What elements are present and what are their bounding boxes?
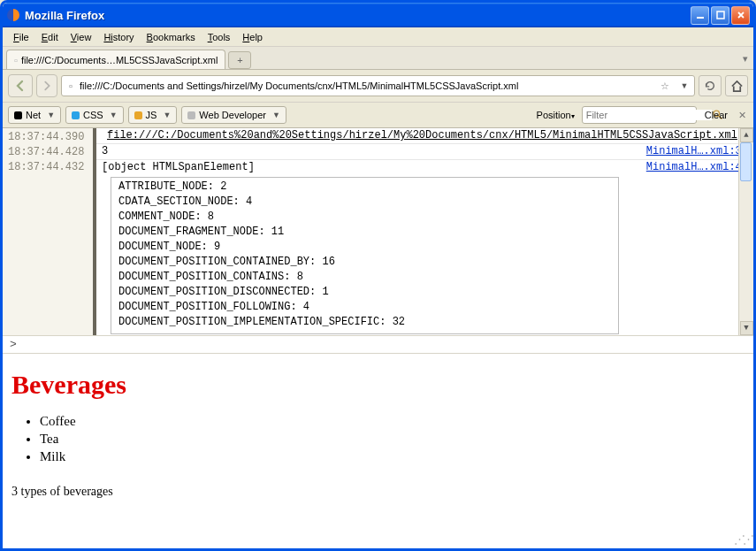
object-inspector[interactable]: ATTRIBUTE_NODE: 2 CDATA_SECTION_NODE: 4 … [111,177,619,334]
summary-text: 3 types of beverages [11,485,745,499]
timestamp: 18:37:44.390 [3,130,93,145]
close-button[interactable] [731,6,750,25]
beverages-list: Coffee Tea Milk [40,412,745,465]
list-item: Tea [40,430,745,448]
menu-bookmarks[interactable]: Bookmarks [141,30,201,44]
caret-down-icon: ▼ [110,111,118,119]
scroll-up-icon[interactable]: ▲ [740,128,753,142]
scroll-down-icon[interactable]: ▼ [740,321,753,335]
minimize-button[interactable] [691,6,709,25]
timestamp: 18:37:44.432 [3,160,93,175]
timestamp-column: 18:37:44.390 18:37:44.428 18:37:44.432 [3,128,96,335]
firefox-icon [6,8,20,22]
menu-help[interactable]: Help [237,30,268,44]
page-icon: ▫ [14,55,18,65]
scrollbar[interactable]: ▲ ▼ [738,128,753,335]
reload-button[interactable] [699,75,722,96]
home-button[interactable] [725,75,748,96]
url-bar[interactable]: ▫ ☆ ▼ [61,75,695,96]
forward-button[interactable] [36,74,57,97]
clear-button[interactable]: Clear [701,110,731,120]
position-label[interactable]: Position▾ [537,110,575,120]
back-button[interactable] [8,74,33,97]
menu-history[interactable]: History [98,30,139,44]
menu-file[interactable]: File [8,30,34,44]
net-dot-icon [14,111,22,119]
console-row[interactable]: file:///C:/Documents%20and%20Settings/hi… [96,128,753,144]
maximize-button[interactable] [711,6,729,25]
bookmark-star-icon[interactable]: ☆ [655,80,675,92]
console-row[interactable]: 3 MinimalH….xml:39 [96,144,753,160]
css-filter-button[interactable]: CSS ▼ [65,106,124,124]
timestamp: 18:37:44.428 [3,145,93,160]
window-title: Mozilla Firefox [25,9,691,22]
resize-grip-icon[interactable]: ⋰⋰ [734,532,752,547]
console-messages[interactable]: file:///C:/Documents%20and%20Settings/hi… [96,128,753,335]
console-prompt[interactable]: > [3,335,753,354]
tabstrip: ▫ file:///C:/Documents…ML5CSSJavaScript.… [3,47,753,70]
webdev-dot-icon [187,111,195,119]
tab-list-dropdown-icon[interactable]: ▾ [743,53,748,65]
caret-down-icon: ▼ [272,111,280,119]
menu-tools[interactable]: Tools [202,30,236,44]
tab-label: file:///C:/Documents…ML5CSSJavaScript.xm… [21,55,218,65]
js-filter-button[interactable]: JS ▼ [128,106,178,124]
webconsole-output: 18:37:44.390 18:37:44.428 18:37:44.432 f… [3,128,753,335]
page-content: Beverages Coffee Tea Milk 3 types of bev… [3,354,753,548]
list-item: Milk [40,448,745,465]
titlebar: Mozilla Firefox [3,3,753,27]
url-page-icon: ▫ [62,80,80,91]
webdeveloper-filter-button[interactable]: Web Developer ▼ [181,106,286,124]
caret-down-icon: ▼ [163,111,171,119]
filter-input[interactable] [583,110,712,120]
url-history-dropdown-icon[interactable]: ▼ [675,81,694,90]
new-tab-button[interactable]: + [228,51,251,69]
js-dot-icon [134,111,142,119]
caret-down-icon: ▼ [47,111,55,119]
nav-toolbar: ▫ ☆ ▼ [3,70,753,103]
menu-view[interactable]: View [65,30,97,44]
prompt-icon: > [10,338,17,351]
webconsole-toolbar: Net ▼ CSS ▼ JS ▼ Web Developer ▼ Positio… [3,103,753,128]
svg-rect-2 [717,11,724,19]
css-dot-icon [72,111,80,119]
source-link[interactable]: MinimalH….xml:41 [646,160,748,175]
list-item: Coffee [40,412,745,430]
page-heading: Beverages [11,370,745,400]
scroll-thumb[interactable] [740,142,752,181]
svg-rect-1 [697,17,704,19]
menubar: File Edit View History Bookmarks Tools H… [3,27,753,47]
tab-current[interactable]: ▫ file:///C:/Documents…ML5CSSJavaScript.… [6,50,225,69]
net-filter-button[interactable]: Net ▼ [8,106,61,124]
filter-box[interactable] [582,106,697,124]
source-link[interactable]: MinimalH….xml:39 [646,144,748,159]
menu-edit[interactable]: Edit [36,30,64,44]
url-input[interactable] [80,76,655,96]
close-console-button[interactable]: ✕ [736,110,748,121]
console-url-link[interactable]: file:///C:/Documents%20and%20Settings/hi… [102,128,737,143]
console-row[interactable]: [object HTMLSpanElement] MinimalH….xml:4… [96,160,753,175]
